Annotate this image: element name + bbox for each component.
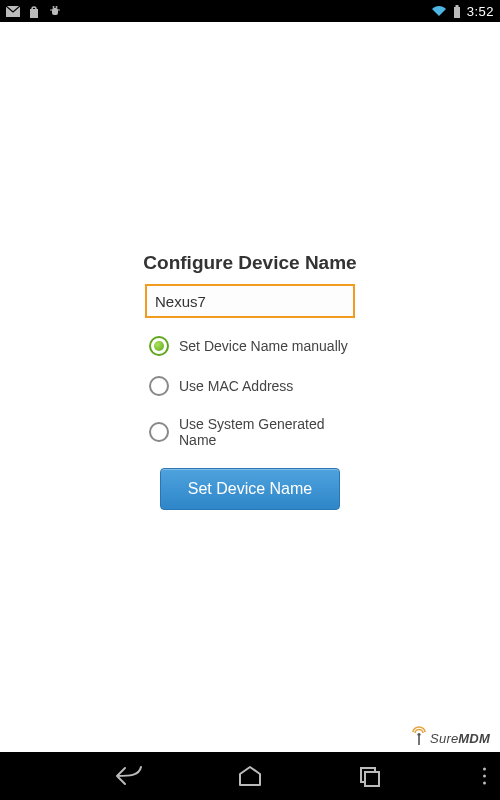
device-name-input[interactable]	[145, 284, 355, 318]
radio-button-icon	[149, 422, 169, 442]
svg-rect-9	[418, 736, 420, 745]
svg-rect-7	[455, 5, 458, 7]
radio-label: Set Device Name manually	[179, 338, 348, 354]
radio-option-manual[interactable]: Set Device Name manually	[149, 336, 365, 356]
svg-point-8	[417, 733, 420, 736]
configure-form: Configure Device Name Set Device Name ma…	[135, 252, 365, 510]
svg-rect-6	[454, 7, 460, 18]
radio-option-mac[interactable]: Use MAC Address	[149, 376, 365, 396]
svg-rect-11	[365, 772, 379, 786]
status-left-icons	[6, 5, 62, 18]
status-bar: 3:52	[0, 0, 500, 22]
set-device-name-button[interactable]: Set Device Name	[160, 468, 340, 510]
back-button[interactable]	[110, 756, 150, 796]
mail-icon	[6, 6, 20, 17]
svg-point-3	[56, 6, 58, 8]
antenna-icon	[410, 726, 428, 746]
wifi-icon	[431, 5, 447, 17]
radio-label: Use System Generated Name	[179, 416, 365, 448]
android-debug-icon	[48, 5, 62, 18]
battery-icon	[453, 5, 461, 18]
shopping-bag-icon	[28, 5, 40, 18]
home-button[interactable]	[230, 756, 270, 796]
svg-rect-1	[52, 8, 58, 15]
radio-button-icon	[149, 336, 169, 356]
recent-apps-button[interactable]	[350, 756, 390, 796]
radio-label: Use MAC Address	[179, 378, 293, 394]
brand-text: SureMDM	[430, 731, 490, 746]
brand-logo: SureMDM	[410, 726, 490, 746]
navigation-bar	[0, 752, 500, 800]
radio-button-icon	[149, 376, 169, 396]
overflow-menu-button[interactable]	[483, 768, 486, 785]
page-title: Configure Device Name	[135, 252, 365, 274]
status-time: 3:52	[467, 4, 494, 19]
svg-point-2	[53, 6, 55, 8]
app-content: Configure Device Name Set Device Name ma…	[0, 22, 500, 752]
status-right-icons: 3:52	[431, 4, 494, 19]
radio-option-system[interactable]: Use System Generated Name	[149, 416, 365, 448]
